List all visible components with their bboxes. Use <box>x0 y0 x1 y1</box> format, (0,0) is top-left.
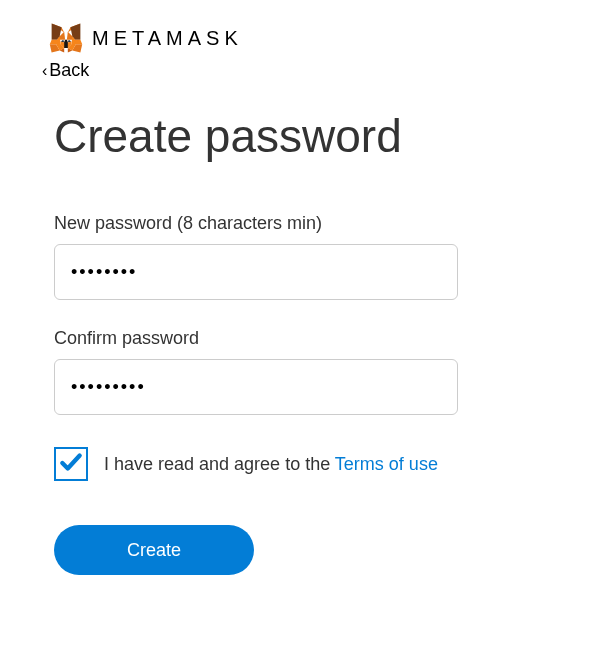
content: Create password New password (8 characte… <box>0 81 608 575</box>
header: METAMASK <box>0 0 608 56</box>
terms-row: I have read and agree to the Terms of us… <box>54 447 554 481</box>
chevron-left-icon: ‹ <box>42 62 47 80</box>
brand-name: METAMASK <box>92 27 243 50</box>
new-password-input[interactable] <box>54 244 458 300</box>
terms-checkbox[interactable] <box>54 447 88 481</box>
new-password-field: New password (8 characters min) <box>54 213 554 300</box>
page-title: Create password <box>54 109 554 163</box>
terms-prefix: I have read and agree to the <box>104 454 335 474</box>
confirm-password-field: Confirm password <box>54 328 554 415</box>
confirm-password-input[interactable] <box>54 359 458 415</box>
back-label: Back <box>49 60 89 81</box>
terms-link[interactable]: Terms of use <box>335 454 438 474</box>
create-button[interactable]: Create <box>54 525 254 575</box>
svg-marker-17 <box>64 40 68 48</box>
confirm-password-label: Confirm password <box>54 328 554 349</box>
terms-text: I have read and agree to the Terms of us… <box>104 454 438 475</box>
back-link[interactable]: ‹ Back <box>42 60 89 81</box>
metamask-fox-icon <box>48 20 84 56</box>
checkmark-icon <box>58 449 84 479</box>
back-row: ‹ Back <box>0 56 608 81</box>
new-password-label: New password (8 characters min) <box>54 213 554 234</box>
